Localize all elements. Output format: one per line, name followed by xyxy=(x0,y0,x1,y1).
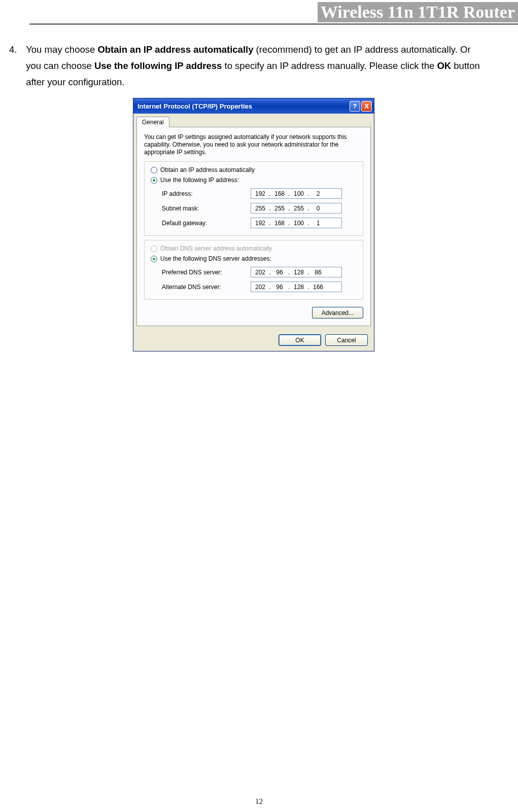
general-panel: You can get IP settings assigned automat… xyxy=(136,127,371,326)
ip-octet: 96 xyxy=(271,284,288,291)
radio-checked-icon xyxy=(151,177,157,184)
ip-octet: 1 xyxy=(310,220,326,227)
obtain-dns-auto-row: Obtain DNS server address automatically xyxy=(149,243,359,254)
ip-octet: 202 xyxy=(252,269,268,276)
tab-strip: General xyxy=(133,114,374,127)
radio-label: Obtain an IP address automatically xyxy=(160,166,255,173)
text-fragment: You may choose xyxy=(26,44,97,55)
radio-label: Use the following IP address: xyxy=(160,176,239,184)
ip-octet: 0 xyxy=(310,205,326,212)
close-button[interactable]: X xyxy=(361,101,372,112)
document-page: Wireless 11n 1T1R Router 4. You may choo… xyxy=(0,0,518,812)
use-following-ip-row[interactable]: Use the following IP address: xyxy=(149,175,359,185)
description-text: You can get IP settings assigned automat… xyxy=(144,133,363,156)
tab-general[interactable]: General xyxy=(136,117,169,127)
subnet-row: Subnet mask: 255. 255. 255. 0 xyxy=(162,201,359,216)
use-following-dns-row[interactable]: Use the following DNS server addresses: xyxy=(149,254,359,264)
radio-checked-icon xyxy=(151,256,157,262)
field-label: IP address: xyxy=(162,190,251,197)
ip-group: Obtain an IP address automatically Use t… xyxy=(144,161,363,236)
ok-button[interactable]: OK xyxy=(279,334,321,346)
titlebar-buttons: ? X xyxy=(350,101,372,112)
field-label: Preferred DNS server: xyxy=(162,269,251,276)
ip-octet: 128 xyxy=(291,284,307,291)
ip-octet: 192 xyxy=(252,220,268,227)
ip-octet: 2 xyxy=(310,190,326,197)
bold-fragment: OK xyxy=(437,60,451,71)
help-button[interactable]: ? xyxy=(350,101,360,112)
advanced-row: Advanced... xyxy=(144,304,363,319)
close-icon: X xyxy=(364,102,369,110)
dns-fields: Preferred DNS server: 202. 96. 128. 86 A… xyxy=(149,264,359,299)
ip-octet: 255 xyxy=(252,205,268,212)
ip-octet: 166 xyxy=(310,284,326,291)
titlebar[interactable]: Internet Protocol (TCP/IP) Properties ? … xyxy=(133,98,374,114)
text-fragment: to specify an IP address manually. Pleas… xyxy=(222,60,437,71)
header-title: Wireless 11n 1T1R Router xyxy=(318,2,518,22)
ip-octet: 86 xyxy=(310,269,326,276)
radio-label: Use the following DNS server addresses: xyxy=(160,255,271,262)
pref-dns-row: Preferred DNS server: 202. 96. 128. 86 xyxy=(162,265,359,279)
ip-octet: 255 xyxy=(291,205,307,212)
field-label: Subnet mask: xyxy=(162,205,251,212)
tcpip-properties-dialog: Internet Protocol (TCP/IP) Properties ? … xyxy=(133,98,374,351)
dialog-footer: OK Cancel xyxy=(133,329,374,351)
cancel-button[interactable]: Cancel xyxy=(325,334,368,346)
field-label: Default gateway: xyxy=(162,220,251,227)
alternate-dns-input[interactable]: 202. 96. 128. 166 xyxy=(251,281,342,292)
ip-address-input[interactable]: 192. 168. 100. 2 xyxy=(251,188,342,199)
radio-label-disabled: Obtain DNS server address automatically xyxy=(160,245,272,252)
preferred-dns-input[interactable]: 202. 96. 128. 86 xyxy=(251,267,342,277)
dns-group: Obtain DNS server address automatically … xyxy=(144,240,363,300)
instruction-text: You may choose Obtain an IP address auto… xyxy=(26,42,480,90)
question-icon: ? xyxy=(353,102,357,110)
alt-dns-row: Alternate DNS server: 202. 96. 128. 166 xyxy=(162,279,359,294)
gateway-row: Default gateway: 192. 168. 100. 1 xyxy=(162,216,359,230)
ip-fields: IP address: 192. 168. 100. 2 Subnet mask… xyxy=(149,185,359,235)
ip-octet: 202 xyxy=(252,284,268,291)
radio-icon xyxy=(151,167,157,173)
radio-disabled-icon xyxy=(151,245,157,252)
ip-octet: 255 xyxy=(271,205,288,212)
ip-octet: 192 xyxy=(252,190,268,197)
ip-octet: 168 xyxy=(271,190,288,197)
ip-octet: 100 xyxy=(291,190,307,197)
ip-address-row: IP address: 192. 168. 100. 2 xyxy=(162,186,359,201)
ip-octet: 100 xyxy=(291,220,307,227)
ip-octet: 128 xyxy=(291,269,307,276)
field-label: Alternate DNS server: xyxy=(162,284,251,291)
ip-octet: 96 xyxy=(271,269,288,276)
header-divider xyxy=(29,23,518,25)
advanced-button[interactable]: Advanced... xyxy=(312,307,363,319)
list-number: 4. xyxy=(9,42,23,58)
instruction-paragraph: 4. You may choose Obtain an IP address a… xyxy=(9,42,482,90)
dialog-body: General You can get IP settings assigned… xyxy=(133,114,374,351)
dialog-title: Internet Protocol (TCP/IP) Properties xyxy=(137,102,350,110)
subnet-input[interactable]: 255. 255. 255. 0 xyxy=(251,203,342,214)
ip-octet: 168 xyxy=(271,220,288,227)
gateway-input[interactable]: 192. 168. 100. 1 xyxy=(251,218,342,228)
page-number: 12 xyxy=(0,797,518,806)
bold-fragment: Use the following IP address xyxy=(94,60,222,71)
bold-fragment: Obtain an IP address automatically xyxy=(97,44,253,55)
obtain-ip-auto-row[interactable]: Obtain an IP address automatically xyxy=(149,165,359,175)
